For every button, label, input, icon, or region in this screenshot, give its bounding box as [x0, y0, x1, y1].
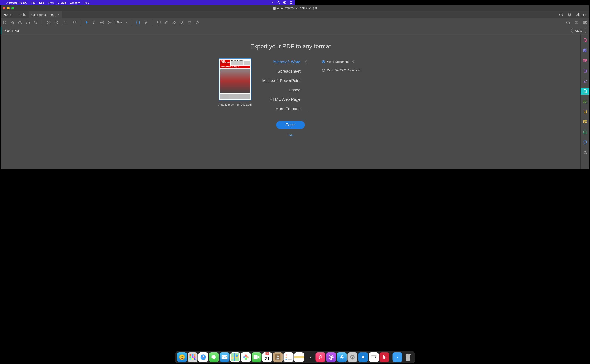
format-more[interactable]: More Formats: [275, 106, 295, 111]
print-icon[interactable]: [26, 20, 30, 25]
pdf-thumbnail[interactable]: Auto EXPRESS CUT-PRICE SUPERCARS SCOOP N…: [219, 58, 251, 100]
toolbar-separator: [152, 20, 152, 25]
svg-point-2: [284, 2, 285, 3]
scroll-mode-icon[interactable]: [144, 20, 148, 25]
window-close-button[interactable]: [3, 7, 5, 9]
svg-point-6: [47, 21, 50, 24]
fit-width-icon[interactable]: [136, 20, 140, 25]
menu-app-name[interactable]: Acrobat Pro DC: [7, 1, 27, 4]
sign-icon[interactable]: [172, 20, 176, 25]
zoom-in-icon[interactable]: [108, 20, 112, 25]
svg-rect-11: [145, 21, 147, 23]
toolbar-separator: [42, 20, 42, 25]
thumbnail-filename: Auto Expres…pril 2022.pdf: [219, 103, 252, 106]
window-zoom-button[interactable]: [11, 7, 14, 9]
window-minimize-button[interactable]: [7, 7, 10, 9]
page-total-label: / 84: [72, 21, 76, 24]
page-down-icon[interactable]: [54, 20, 58, 25]
thumbnail-column: Auto EXPRESS CUT-PRICE SUPERCARS SCOOP N…: [219, 58, 252, 111]
thumb-scoop: SCOOP NEW AUDI Q5: [220, 65, 250, 68]
format-html[interactable]: HTML Web Page: [270, 97, 295, 102]
menu-view[interactable]: View: [48, 1, 54, 4]
close-tab-icon[interactable]: ×: [58, 13, 59, 16]
comment-icon[interactable]: [157, 20, 161, 25]
menu-edit[interactable]: Edit: [39, 1, 44, 4]
svg-point-7: [55, 21, 58, 24]
svg-point-0: [277, 1, 279, 3]
document-tab-label: Auto Express - 20…: [31, 13, 55, 16]
format-image[interactable]: Image: [289, 88, 295, 92]
control-center-icon[interactable]: [283, 1, 287, 4]
toolbar: / 84 125% ▼: [1, 18, 295, 27]
tabs-row: Home Tools Auto Express - 20… × Sign In: [1, 11, 295, 18]
search-icon[interactable]: [34, 20, 38, 25]
svg-point-5: [34, 21, 36, 23]
page-number-input[interactable]: [62, 21, 68, 24]
export-button[interactable]: Export: [276, 121, 295, 129]
format-list: Microsoft Word Spreadsheet Microsoft Pow…: [260, 58, 295, 111]
stamp-icon[interactable]: [180, 20, 184, 25]
tab-home[interactable]: Home: [1, 11, 15, 18]
format-word[interactable]: Microsoft Word: [273, 60, 295, 64]
pointer-icon[interactable]: [85, 20, 89, 25]
save-icon[interactable]: [3, 20, 7, 25]
delete-icon[interactable]: [187, 20, 192, 25]
document-icon: [273, 6, 276, 10]
export-content: Export your PDF to any format Auto EXPRE…: [1, 34, 295, 169]
zoom-dropdown-icon[interactable]: ▼: [125, 21, 127, 24]
siri-icon[interactable]: [289, 1, 292, 4]
format-spreadsheet[interactable]: Spreadsheet: [277, 69, 295, 74]
menu-esign[interactable]: E-Sign: [58, 1, 66, 4]
rotate-icon[interactable]: [195, 20, 199, 25]
window-title-text: Auto Express - 20 April 2022.pdf: [277, 6, 295, 10]
main-area: Export your PDF to any format Auto EXPRE…: [1, 34, 295, 169]
zoom-out-icon[interactable]: [100, 20, 104, 25]
svg-rect-10: [137, 21, 139, 24]
traffic-lights: [1, 7, 14, 9]
app-window: Auto Express - 20 April 2022.pdf Home To…: [1, 5, 295, 169]
page-up-icon[interactable]: [47, 20, 51, 25]
window-title: Auto Express - 20 April 2022.pdf: [273, 6, 295, 10]
menu-window[interactable]: Window: [70, 1, 80, 4]
thumb-brand2: EXPRESS: [221, 62, 230, 64]
format-powerpoint[interactable]: Microsoft PowerPoint: [262, 78, 295, 83]
thumb-headline: CUT-PRICE SUPERCARS: [231, 60, 250, 61]
highlight-icon[interactable]: [164, 20, 169, 25]
star-icon[interactable]: [10, 20, 15, 25]
panel-title: Export PDF: [5, 29, 20, 32]
menu-file[interactable]: File: [31, 1, 35, 4]
help-link[interactable]: Help: [9, 134, 295, 137]
zoom-level-label: 125%: [115, 21, 122, 24]
document-tab[interactable]: Auto Express - 20… ×: [29, 11, 62, 18]
titlebar: Auto Express - 20 April 2022.pdf: [1, 5, 295, 11]
export-heading: Export your PDF to any format: [9, 43, 295, 50]
status-upload-icon[interactable]: [271, 1, 274, 4]
cloud-upload-icon[interactable]: [18, 20, 22, 25]
menubar: Acrobat Pro DC File Edit View E-Sign Win…: [0, 0, 295, 5]
tab-tools[interactable]: Tools: [15, 11, 29, 18]
panel-header: Export PDF Close: [1, 27, 295, 34]
toolbar-separator: [132, 20, 132, 25]
svg-point-3: [290, 1, 292, 4]
menu-help[interactable]: Help: [83, 1, 89, 4]
spotlight-icon[interactable]: [277, 1, 280, 4]
hand-icon[interactable]: [92, 20, 97, 25]
